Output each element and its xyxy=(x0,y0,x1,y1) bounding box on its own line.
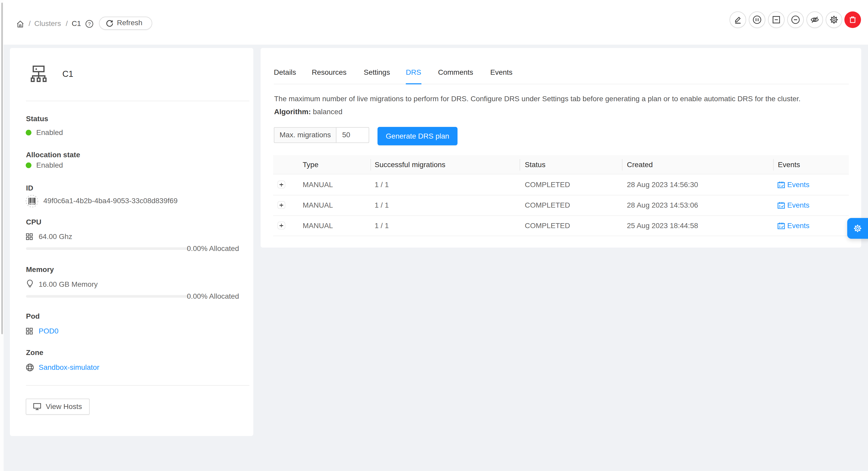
svg-text:?: ? xyxy=(88,21,91,27)
